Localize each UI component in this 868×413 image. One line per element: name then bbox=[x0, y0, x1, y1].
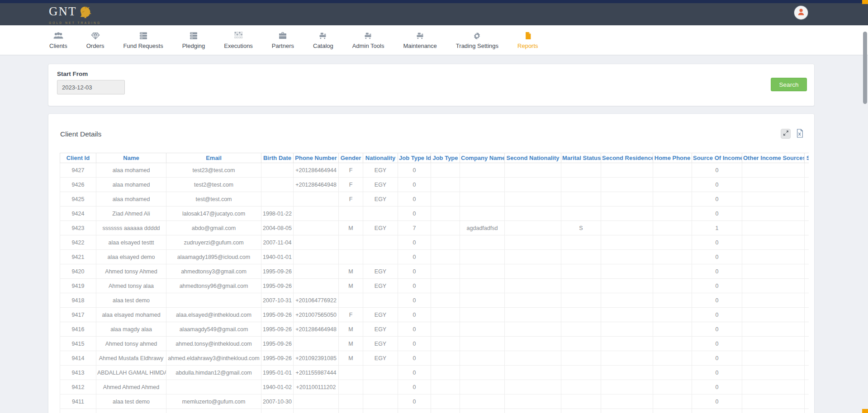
table-cell: 1995-09-26 bbox=[261, 308, 294, 322]
table-cell bbox=[460, 409, 505, 413]
nav-item-catalog[interactable]: Catalog bbox=[304, 31, 343, 49]
table-cell bbox=[294, 264, 339, 279]
table-cell bbox=[294, 192, 339, 206]
column-header[interactable]: Company Name bbox=[460, 153, 505, 163]
table-cell: 0 bbox=[398, 308, 431, 322]
table-cell bbox=[805, 380, 809, 394]
table-cell bbox=[601, 322, 653, 337]
table-cell bbox=[742, 163, 805, 178]
table-cell bbox=[653, 351, 692, 366]
table-cell bbox=[561, 250, 601, 264]
nav-item-trading-settings[interactable]: Trading Settings bbox=[446, 31, 508, 49]
table-cell bbox=[460, 235, 505, 250]
table-cell: 9411 bbox=[60, 394, 96, 409]
nav-item-partners[interactable]: Partners bbox=[262, 31, 304, 49]
column-header[interactable]: Other Income Sources bbox=[742, 153, 805, 163]
table-cell bbox=[561, 235, 601, 250]
column-header[interactable]: Job Type bbox=[431, 153, 460, 163]
column-header[interactable]: Birth Date bbox=[261, 153, 294, 163]
export-excel-button[interactable] bbox=[795, 128, 804, 139]
table-cell: 9416 bbox=[60, 322, 96, 337]
table-cell bbox=[805, 250, 809, 264]
table-cell bbox=[561, 178, 601, 192]
nav-item-orders[interactable]: Orders bbox=[77, 31, 114, 49]
table-row: 9415Ahmed tonsy ahmedahmed.tonsy@inthekl… bbox=[60, 337, 809, 351]
table-cell: 1995-09-26 bbox=[261, 322, 294, 337]
table-cell: ahmedtonsy96@gmail.com bbox=[166, 279, 261, 293]
user-avatar[interactable] bbox=[794, 6, 808, 19]
table-cell bbox=[601, 250, 653, 264]
table-cell: 2007-11-04 bbox=[261, 235, 294, 250]
table-cell bbox=[505, 264, 561, 279]
table-cell bbox=[653, 250, 692, 264]
table-cell bbox=[505, 394, 561, 409]
nav-item-label: Executions bbox=[224, 42, 253, 49]
nav-item-reports[interactable]: Reports bbox=[508, 31, 548, 49]
column-header[interactable]: Name bbox=[96, 153, 166, 163]
table-header-row: Client IdNameEmailBirth DatePhone Number… bbox=[60, 153, 809, 163]
column-header[interactable]: Home Phone bbox=[653, 153, 692, 163]
column-header[interactable]: Job Type Id bbox=[398, 153, 431, 163]
column-header[interactable]: Second Nationality bbox=[505, 153, 561, 163]
scrollbar-marker-top bbox=[862, 0, 868, 4]
nav-item-clients[interactable]: Clients bbox=[40, 31, 77, 49]
table-cell: Ahmed tonsy Ahmed bbox=[96, 264, 166, 279]
brand-logo[interactable]: GNT GOLD NET TRADING bbox=[49, 5, 112, 24]
table-cell bbox=[460, 366, 505, 380]
table-cell: +201092391085 bbox=[294, 351, 339, 366]
table-cell bbox=[460, 293, 505, 308]
table-cell: Ahmed Mustafa Eldhrawy bbox=[96, 351, 166, 366]
table-cell bbox=[460, 206, 505, 221]
table-cell bbox=[653, 192, 692, 206]
column-header[interactable]: Client Id bbox=[60, 153, 96, 163]
table-cell: 0 bbox=[398, 192, 431, 206]
start-from-input[interactable] bbox=[57, 80, 125, 94]
nav-item-fund-requests[interactable]: Fund Requests bbox=[114, 31, 172, 49]
table-cell bbox=[805, 322, 809, 337]
table-cell bbox=[261, 192, 294, 206]
scrollbar-thumb[interactable] bbox=[863, 32, 867, 104]
search-panel: Start From Search bbox=[48, 64, 815, 106]
column-header[interactable]: Marital Status bbox=[561, 153, 601, 163]
table-cell bbox=[505, 178, 561, 192]
table-cell bbox=[742, 235, 805, 250]
topbar-accent-strip bbox=[0, 0, 868, 3]
table-scroll-area[interactable]: Client IdNameEmailBirth DatePhone Number… bbox=[60, 153, 809, 413]
nav-item-executions[interactable]: Executions bbox=[214, 31, 262, 49]
nav-item-pledging[interactable]: Pledging bbox=[173, 31, 215, 49]
table-row: 9427alaa mohamedtest23@test.com+20128646… bbox=[60, 163, 809, 178]
table-cell: 0 bbox=[692, 308, 742, 322]
table-cell: lalosak147@jucatyo.com bbox=[166, 206, 261, 221]
table-cell: alaa mohamed bbox=[96, 163, 166, 178]
table-cell: EGY bbox=[363, 163, 398, 178]
table-row: 9418alaa test demo2007-10-31+20106477692… bbox=[60, 293, 809, 308]
list-icon bbox=[139, 31, 148, 41]
table-cell bbox=[742, 192, 805, 206]
table-row: 9413ABDALLAH GAMAL HIMDANabdulla.himdan1… bbox=[60, 366, 809, 380]
nav-item-maintenance[interactable]: Maintenance bbox=[394, 31, 446, 49]
table-cell bbox=[363, 380, 398, 394]
column-header[interactable]: Source Of Income bbox=[692, 153, 742, 163]
table-cell: 2004-08-05 bbox=[261, 221, 294, 235]
table-cell: +201007565050 bbox=[294, 308, 339, 322]
table-cell bbox=[460, 380, 505, 394]
table-cell bbox=[653, 235, 692, 250]
table-row: 9422alaa elsayed testttzudruyerzi@gufum.… bbox=[60, 235, 809, 250]
column-header[interactable]: Nationality bbox=[363, 153, 398, 163]
table-cell bbox=[460, 337, 505, 351]
table-cell bbox=[805, 279, 809, 293]
nav-item-label: Orders bbox=[86, 42, 104, 49]
column-header[interactable]: Gender bbox=[339, 153, 363, 163]
column-header[interactable]: Email bbox=[166, 153, 261, 163]
table-cell: alaa elsayed testtt bbox=[96, 235, 166, 250]
main-navigation: ClientsOrdersFund RequestsPledgingExecut… bbox=[0, 25, 868, 55]
nav-item-admin-tools[interactable]: Admin Tools bbox=[343, 31, 394, 49]
table-cell bbox=[460, 351, 505, 366]
table-cell bbox=[431, 380, 460, 394]
table-cell bbox=[653, 264, 692, 279]
column-header[interactable]: S bbox=[805, 153, 809, 163]
column-header[interactable]: Phone Number bbox=[294, 153, 339, 163]
column-header[interactable]: Second Residence bbox=[601, 153, 653, 163]
search-button[interactable]: Search bbox=[771, 78, 807, 91]
expand-button[interactable] bbox=[781, 129, 791, 139]
